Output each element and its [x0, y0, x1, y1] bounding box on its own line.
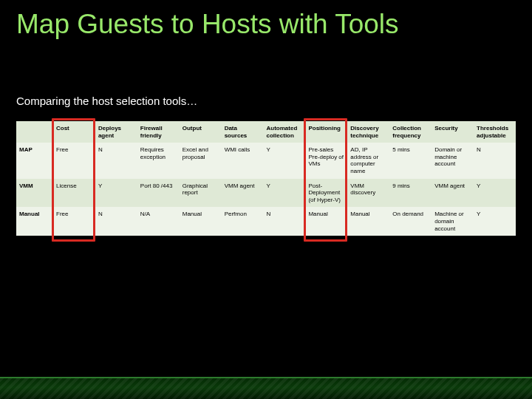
- header-cell: Thresholds adjustable: [474, 121, 516, 143]
- cell: N/A: [137, 207, 180, 236]
- cell: 9 mins: [389, 179, 432, 208]
- cell: Free: [53, 143, 95, 178]
- cell: Y: [474, 207, 516, 236]
- cell: Manual: [347, 207, 389, 236]
- cell: WMI calls: [222, 143, 264, 178]
- header-cell: Cost: [53, 121, 95, 143]
- header-cell: Collection frequency: [389, 121, 432, 143]
- table-row: Manual Free N N/A Manual Perfmon N Manua…: [16, 207, 516, 236]
- cell: Y: [264, 179, 306, 208]
- cell: Excel and proposal: [180, 143, 222, 178]
- cell: Port 80 /443: [137, 179, 180, 208]
- table-row: MAP Free N Requires exception Excel and …: [16, 143, 516, 178]
- cell: 5 mins: [389, 143, 432, 178]
- cell: License: [53, 179, 95, 208]
- cell: Perfmon: [222, 207, 264, 236]
- cell: Graphical report: [180, 179, 222, 208]
- header-cell: Discovery technique: [347, 121, 389, 143]
- row-name: MAP: [16, 143, 53, 178]
- cell: Free: [53, 207, 95, 236]
- slide-title: Map Guests to Hosts with Tools: [16, 9, 399, 40]
- cell: Machine or domain account: [432, 207, 474, 236]
- cell: Requires exception: [137, 143, 180, 178]
- header-cell: Output: [180, 121, 222, 143]
- cell: Y: [474, 179, 516, 208]
- header-cell: [16, 121, 53, 143]
- cell: VMM agent: [222, 179, 264, 208]
- table-header-row: Cost Deploys agent Firewall friendly Out…: [16, 121, 516, 143]
- cell: Y: [264, 143, 306, 178]
- cell: On demand: [389, 207, 432, 236]
- cell: Post-Deployment (of Hyper-V): [305, 179, 347, 208]
- cell: VMM agent: [432, 179, 474, 208]
- header-cell: Deploys agent: [95, 121, 137, 143]
- cell: VMM discovery: [347, 179, 389, 208]
- comparison-table: Cost Deploys agent Firewall friendly Out…: [16, 121, 516, 236]
- header-cell: Positioning: [305, 121, 347, 143]
- cell: Domain or machine account: [432, 143, 474, 178]
- cell: Manual: [180, 207, 222, 236]
- cell: Y: [95, 179, 137, 208]
- cell: N: [95, 207, 137, 236]
- cell: N: [474, 143, 516, 178]
- table-row: VMM License Y Port 80 /443 Graphical rep…: [16, 179, 516, 208]
- row-name: Manual: [16, 207, 53, 236]
- cell: N: [95, 143, 137, 178]
- cell: AD, IP address or computer name: [347, 143, 389, 178]
- row-name: VMM: [16, 179, 53, 208]
- cell: N: [264, 207, 306, 236]
- cell: Manual: [305, 207, 347, 236]
- cell: Pre-sales Pre-deploy of VMs: [305, 143, 347, 178]
- header-cell: Firewall friendly: [137, 121, 180, 143]
- slide-footer-decoration: [0, 378, 532, 399]
- slide-subtitle: Comparing the host selection tools…: [16, 95, 197, 107]
- header-cell: Security: [432, 121, 474, 143]
- comparison-table-wrap: Cost Deploys agent Firewall friendly Out…: [16, 121, 516, 236]
- header-cell: Automated collection: [264, 121, 306, 143]
- header-cell: Data sources: [222, 121, 264, 143]
